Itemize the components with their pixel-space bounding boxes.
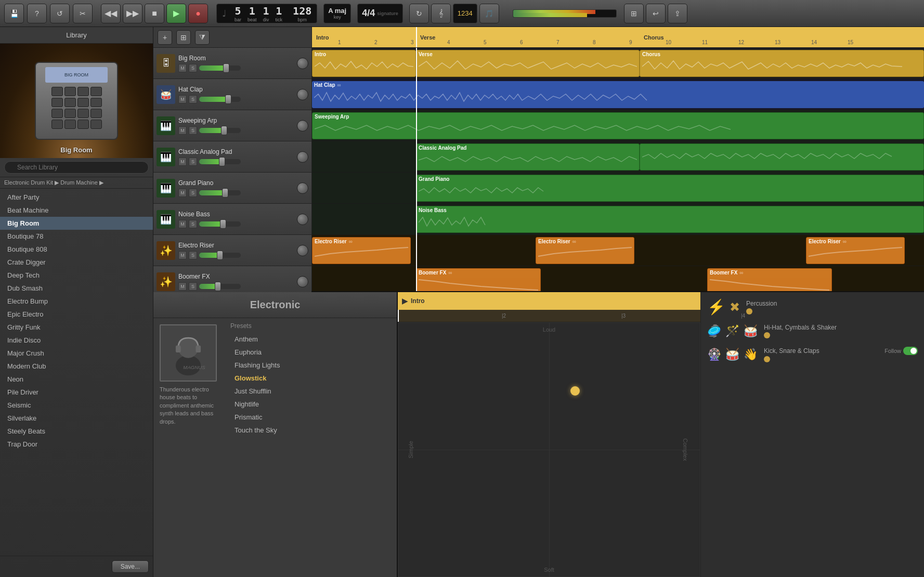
pad-8[interactable] — [90, 98, 102, 107]
clip-boomer-fx-2[interactable]: Boomer FX ∞ — [707, 268, 832, 291]
track-row-sweeping-arp[interactable]: Sweeping Arp — [312, 110, 924, 141]
percussion-dot[interactable] — [746, 308, 752, 314]
sound-dot[interactable] — [570, 386, 580, 396]
pan-knob-hat-clap[interactable] — [297, 89, 308, 100]
pan-knob-sweeping-arp[interactable] — [297, 120, 308, 132]
record-button[interactable]: ● — [188, 4, 208, 23]
lib-item-steely-beats[interactable]: Steely Beats — [0, 425, 153, 438]
clip-boomer-fx-1[interactable]: Boomer FX ∞ — [416, 268, 541, 291]
solo-button-grand-piano[interactable]: S — [189, 189, 197, 197]
track-row-boomer-fx[interactable]: Boomer FX ∞ Boomer FX — [312, 266, 924, 291]
mute-button-sweeping-arp[interactable]: M — [178, 126, 187, 135]
clip-electro-riser-3[interactable]: Electro Riser ∞ — [806, 237, 905, 264]
clip-sweeping-arp[interactable]: Sweeping Arp — [312, 112, 924, 139]
hihat-dot[interactable] — [764, 332, 770, 338]
clip-grand-piano[interactable]: Grand Piano — [416, 175, 924, 202]
metronome-button[interactable]: 🎵 — [479, 4, 499, 23]
add-track-button[interactable]: + — [158, 30, 172, 45]
pad-10[interactable] — [64, 109, 76, 118]
track-row-big-room[interactable]: Intro Verse — [312, 48, 924, 79]
clip-classic-analog-pad-2[interactable] — [640, 143, 924, 171]
pan-knob-big-room[interactable] — [297, 58, 308, 69]
clip-noise-bass[interactable]: Noise Bass — [416, 206, 924, 233]
kick-snare-dot[interactable] — [764, 356, 770, 362]
share-button[interactable]: ⇪ — [668, 4, 687, 23]
pad-2[interactable] — [64, 87, 76, 96]
lib-item-seismic[interactable]: Seismic — [0, 399, 153, 412]
play-button[interactable]: ▶ — [166, 4, 186, 23]
lib-item-crate-digger[interactable]: Crate Digger — [0, 256, 153, 269]
clip-big-room-intro[interactable]: Intro — [312, 50, 416, 77]
preset-prismatic[interactable]: Prismatic — [230, 411, 393, 424]
lib-item-boutique-808[interactable]: Boutique 808 — [0, 243, 153, 256]
search-input[interactable] — [4, 161, 149, 174]
track-view-button[interactable]: ⊞ — [176, 30, 191, 45]
fast-forward-button[interactable]: ▶▶ — [123, 4, 142, 23]
lib-item-modern-club[interactable]: Modern Club — [0, 360, 153, 373]
mixer-button[interactable]: ⊞ — [624, 4, 644, 23]
track-filter-button[interactable]: ⧩ — [195, 30, 210, 45]
pad-6[interactable] — [64, 98, 76, 107]
preset-just-shufflin[interactable]: Just Shufflin — [230, 385, 393, 398]
lib-item-trap-door[interactable]: Trap Door — [0, 438, 153, 451]
clip-big-room-verse[interactable]: Verse — [416, 50, 640, 77]
clip-electro-riser-2[interactable]: Electro Riser ∞ — [536, 237, 634, 264]
preset-anthem[interactable]: Anthem — [230, 333, 393, 346]
tempo-value[interactable]: 1234 — [453, 4, 477, 23]
lib-item-gritty-funk[interactable]: Gritty Funk — [0, 321, 153, 334]
fader-hat-clap[interactable] — [199, 97, 241, 102]
fader-classic-analog-pad[interactable] — [199, 159, 241, 164]
lib-item-beat-machine[interactable]: Beat Machine — [0, 204, 153, 217]
mute-button-hat-clap[interactable]: M — [178, 95, 187, 103]
fader-sweeping-arp[interactable] — [199, 128, 241, 133]
lib-item-neon[interactable]: Neon — [0, 373, 153, 386]
fader-noise-bass[interactable] — [199, 221, 241, 227]
tuner-button[interactable]: 𝄞 — [431, 4, 451, 23]
preset-touch-the-sky[interactable]: Touch the Sky — [230, 424, 393, 437]
lib-item-big-room[interactable]: Big Room — [0, 217, 153, 230]
lib-item-major-crush[interactable]: Major Crush — [0, 347, 153, 360]
pad-1[interactable] — [51, 87, 63, 96]
pad-4[interactable] — [90, 87, 102, 96]
pad-7[interactable] — [77, 98, 89, 107]
lib-item-epic-electro[interactable]: Epic Electro — [0, 308, 153, 321]
scissors-button[interactable]: ✂ — [73, 4, 93, 23]
mute-button-boomer-fx[interactable]: M — [178, 282, 187, 291]
pad-13[interactable] — [51, 120, 63, 129]
pad-15[interactable] — [77, 120, 89, 129]
pan-knob-classic-analog-pad[interactable] — [297, 151, 308, 163]
fader-electro-riser[interactable] — [199, 253, 241, 258]
preset-flashing-lights[interactable]: Flashing Lights — [230, 359, 393, 372]
track-row-hat-clap[interactable]: Hat Clap ∞ — [312, 79, 924, 110]
mute-button-classic-analog-pad[interactable]: M — [178, 158, 187, 166]
help-button[interactable]: ? — [27, 4, 47, 23]
pan-knob-grand-piano[interactable] — [297, 182, 308, 194]
pan-knob-electro-riser[interactable] — [297, 245, 308, 256]
mute-button-noise-bass[interactable]: M — [178, 220, 187, 228]
lib-item-after-party[interactable]: After Party — [0, 191, 153, 204]
sync-button[interactable]: ↻ — [409, 4, 429, 23]
clip-electro-riser-1[interactable]: Electro Riser ∞ — [312, 237, 411, 264]
lib-item-pile-driver[interactable]: Pile Driver — [0, 386, 153, 399]
save-button[interactable]: Save... — [112, 560, 149, 573]
track-row-noise-bass[interactable]: Noise Bass — [312, 204, 924, 235]
pad-14[interactable] — [64, 120, 76, 129]
track-row-grand-piano[interactable]: Grand Piano — [312, 173, 924, 204]
solo-button-big-room[interactable]: S — [189, 64, 197, 72]
solo-button-boomer-fx[interactable]: S — [189, 282, 197, 291]
browser-button[interactable]: ↩ — [646, 4, 666, 23]
preset-nightlife[interactable]: Nightlife — [230, 398, 393, 411]
pad-9[interactable] — [51, 109, 63, 118]
track-row-electro-riser[interactable]: Electro Riser ∞ Electro Riser — [312, 235, 924, 266]
solo-button-classic-analog-pad[interactable]: S — [189, 158, 197, 166]
mute-button-electro-riser[interactable]: M — [178, 251, 187, 259]
lib-item-electro-bump[interactable]: Electro Bump — [0, 295, 153, 308]
stop-button[interactable]: ■ — [145, 4, 164, 23]
pad-5[interactable] — [51, 98, 63, 107]
lib-item-silverlake[interactable]: Silverlake — [0, 412, 153, 425]
lib-item-deep-tech[interactable]: Deep Tech — [0, 269, 153, 282]
mute-button-big-room[interactable]: M — [178, 64, 187, 72]
time-signature[interactable]: 4/4 signature — [357, 4, 403, 23]
undo-button[interactable]: ↺ — [50, 4, 70, 23]
solo-button-sweeping-arp[interactable]: S — [189, 126, 197, 135]
